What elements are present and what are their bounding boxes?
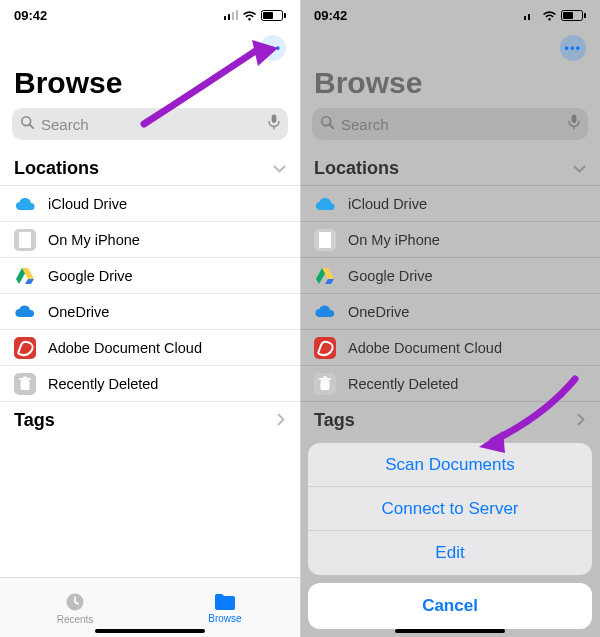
search-icon	[20, 115, 35, 134]
action-scan-documents[interactable]: Scan Documents	[308, 443, 592, 487]
chevron-down-icon	[273, 158, 286, 179]
mic-icon[interactable]	[268, 114, 280, 134]
locations-header[interactable]: Locations	[0, 150, 300, 185]
svg-rect-7	[21, 380, 30, 390]
svg-rect-9	[23, 376, 27, 378]
location-google-drive[interactable]: Google Drive	[0, 258, 300, 294]
tags-header[interactable]: Tags	[0, 402, 300, 437]
locations-list: iCloud Drive On My iPhone Google Drive O…	[0, 185, 300, 402]
svg-rect-8	[19, 378, 31, 380]
battery-icon	[261, 10, 286, 21]
onedrive-icon	[14, 301, 36, 323]
action-sheet: Scan Documents Connect to Server Edit Ca…	[308, 443, 592, 629]
tab-bar: Recents Browse	[0, 577, 300, 637]
clock-icon	[64, 591, 86, 613]
screenshot-right: 09:42 ••• Browse Search Locations iCloud…	[300, 0, 600, 637]
acrobat-icon	[14, 337, 36, 359]
location-adobe[interactable]: Adobe Document Cloud	[0, 330, 300, 366]
location-on-my-iphone[interactable]: On My iPhone	[0, 222, 300, 258]
location-icloud[interactable]: iCloud Drive	[0, 186, 300, 222]
svg-rect-2	[272, 115, 277, 124]
google-drive-icon	[14, 265, 36, 287]
phone-icon	[14, 229, 36, 251]
status-time: 09:42	[14, 8, 47, 23]
screenshot-left: 09:42 ••• Browse Search Locations	[0, 0, 300, 637]
chevron-right-icon	[277, 410, 286, 431]
search-input[interactable]: Search	[12, 108, 288, 140]
status-indicators	[224, 10, 287, 21]
more-button[interactable]: •••	[260, 35, 286, 61]
home-indicator	[95, 629, 205, 633]
search-placeholder: Search	[41, 116, 268, 133]
action-cancel[interactable]: Cancel	[308, 583, 592, 629]
wifi-icon	[242, 10, 257, 21]
location-recently-deleted[interactable]: Recently Deleted	[0, 366, 300, 402]
status-bar: 09:42	[0, 0, 300, 30]
nav-bar: •••	[0, 30, 300, 66]
action-sheet-options: Scan Documents Connect to Server Edit	[308, 443, 592, 575]
page-title: Browse	[0, 66, 300, 108]
cellular-icon	[224, 10, 239, 20]
location-onedrive[interactable]: OneDrive	[0, 294, 300, 330]
cloud-icon	[14, 193, 36, 215]
svg-marker-5	[25, 279, 34, 284]
action-edit[interactable]: Edit	[308, 531, 592, 575]
home-indicator	[395, 629, 505, 633]
screenshot-divider	[300, 0, 301, 637]
svg-line-1	[30, 124, 34, 128]
action-connect-to-server[interactable]: Connect to Server	[308, 487, 592, 531]
folder-icon	[213, 592, 237, 612]
trash-icon	[14, 373, 36, 395]
